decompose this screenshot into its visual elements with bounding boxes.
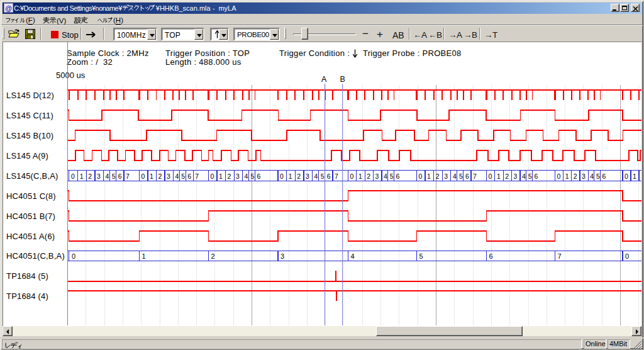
svg-text:1: 1 xyxy=(289,172,292,180)
svg-text:1: 1 xyxy=(565,172,569,180)
svg-text:1: 1 xyxy=(142,252,146,260)
svg-text:0: 0 xyxy=(625,172,628,180)
svg-text:2: 2 xyxy=(505,172,509,180)
svg-text:7: 7 xyxy=(126,172,130,180)
svg-text:2: 2 xyxy=(158,172,162,180)
svg-text:5: 5 xyxy=(390,172,394,180)
svg-text:6: 6 xyxy=(118,172,122,180)
svg-text:4: 4 xyxy=(175,172,179,180)
svg-text:2: 2 xyxy=(228,172,231,180)
svg-text:3: 3 xyxy=(167,172,170,180)
svg-text:4: 4 xyxy=(522,172,526,180)
svg-text:3: 3 xyxy=(444,172,448,180)
svg-text:6: 6 xyxy=(535,172,538,180)
svg-text:3: 3 xyxy=(280,252,284,260)
svg-text:0: 0 xyxy=(211,172,214,180)
svg-text:2: 2 xyxy=(297,172,301,180)
svg-text:2: 2 xyxy=(211,252,215,260)
svg-text:3: 3 xyxy=(236,172,240,180)
svg-text:4: 4 xyxy=(590,172,594,180)
svg-text:0: 0 xyxy=(71,172,75,180)
svg-text:5: 5 xyxy=(459,172,463,180)
svg-text:6: 6 xyxy=(257,172,261,180)
svg-text:5: 5 xyxy=(181,172,185,180)
svg-text:0: 0 xyxy=(142,172,145,180)
svg-text:2: 2 xyxy=(88,172,92,180)
svg-text:5: 5 xyxy=(528,172,532,180)
svg-text:5: 5 xyxy=(596,172,600,180)
svg-text:1: 1 xyxy=(219,172,223,180)
svg-text:6: 6 xyxy=(465,172,469,180)
svg-text:6: 6 xyxy=(187,172,191,180)
svg-text:7: 7 xyxy=(558,252,562,260)
svg-text:1: 1 xyxy=(358,172,362,180)
svg-text:3: 3 xyxy=(582,172,586,180)
svg-text:2: 2 xyxy=(574,172,577,180)
svg-text:0: 0 xyxy=(625,252,629,260)
svg-text:1: 1 xyxy=(150,172,153,180)
svg-text:6: 6 xyxy=(489,252,493,260)
svg-text:6: 6 xyxy=(327,172,331,180)
svg-text:0: 0 xyxy=(350,172,354,180)
svg-text:4: 4 xyxy=(453,172,457,180)
svg-text:3: 3 xyxy=(97,172,101,180)
svg-text:7: 7 xyxy=(473,172,477,180)
svg-text:4: 4 xyxy=(314,172,318,180)
svg-text:6: 6 xyxy=(396,172,400,180)
svg-text:5: 5 xyxy=(112,172,116,180)
svg-text:0: 0 xyxy=(419,172,423,180)
svg-text:4: 4 xyxy=(351,252,355,260)
svg-text:7: 7 xyxy=(195,172,199,180)
svg-text:4: 4 xyxy=(106,172,109,180)
svg-text:6: 6 xyxy=(602,172,606,180)
svg-text:7: 7 xyxy=(335,172,338,180)
svg-text:5: 5 xyxy=(321,172,325,180)
svg-text:5: 5 xyxy=(419,252,423,260)
svg-text:0: 0 xyxy=(489,172,492,180)
svg-text:1: 1 xyxy=(427,172,431,180)
svg-text:1: 1 xyxy=(497,172,501,180)
svg-text:1: 1 xyxy=(633,172,636,180)
svg-text:0: 0 xyxy=(557,172,561,180)
svg-text:1: 1 xyxy=(80,172,84,180)
svg-text:2: 2 xyxy=(436,172,440,180)
svg-text:3: 3 xyxy=(375,172,379,180)
svg-text:4: 4 xyxy=(384,172,387,180)
svg-text:4: 4 xyxy=(245,172,248,180)
svg-text:3: 3 xyxy=(306,172,309,180)
svg-text:0: 0 xyxy=(280,172,284,180)
svg-text:0: 0 xyxy=(72,252,75,260)
svg-text:2: 2 xyxy=(367,172,370,180)
svg-text:3: 3 xyxy=(514,172,518,180)
svg-text:5: 5 xyxy=(251,172,255,180)
